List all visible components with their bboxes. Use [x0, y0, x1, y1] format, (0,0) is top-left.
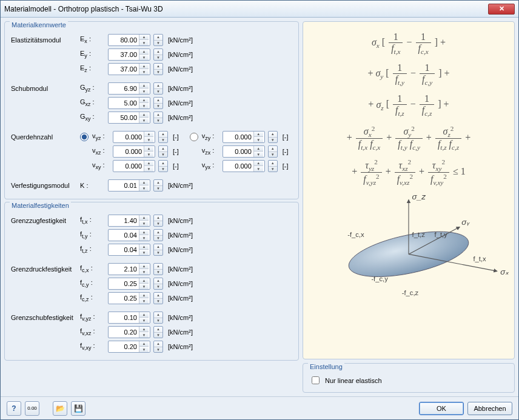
step-fvxy[interactable]: ▲▼ [153, 341, 163, 353]
svg-text:-f_c,y: -f_c,y [371, 275, 388, 282]
checkbox-input[interactable] [312, 376, 320, 384]
input-fcy[interactable]: ▲▼ [108, 278, 150, 290]
sym-gxz: Gxz : [80, 98, 105, 107]
step-vxy[interactable]: ▲▼ [158, 160, 168, 172]
radio-vyz[interactable] [80, 133, 89, 141]
svg-text:σₓ: σₓ [500, 267, 509, 276]
sym-fvxy: fv,xy : [80, 342, 105, 351]
step-vzx[interactable]: ▲▼ [268, 145, 278, 158]
save-icon: 💾 [74, 404, 83, 413]
stress-ellipsoid-icon: σₓ σᵧ σ_z f_t,x -f_c,x f_t,y -f_c,y f_t,… [307, 190, 511, 305]
formula-panel: σx [ 1ft,x − 1fc,x ] + + σy [ 1ft,y − 1f… [303, 21, 515, 359]
input-vxz[interactable]: ▲▼ [113, 145, 155, 158]
step-gyz[interactable]: ▲▼ [153, 82, 163, 95]
input-ez[interactable]: ▲▼ [108, 63, 150, 75]
input-vyz[interactable]: ▲▼ [113, 131, 155, 143]
units-button[interactable]: 0.00 [25, 401, 39, 416]
group-title: Materialfestigkeiten [10, 202, 71, 209]
step-fcz[interactable]: ▲▼ [153, 292, 163, 304]
input-fvxy[interactable]: ▲▼ [108, 341, 150, 353]
step-fty[interactable]: ▲▼ [153, 229, 163, 241]
input-fty[interactable]: ▲▼ [108, 229, 150, 241]
input-ftx[interactable]: ▲▼ [108, 215, 150, 227]
sym-fcz: fc,z : [80, 293, 105, 302]
input-ex[interactable]: ▲▼ [108, 34, 150, 46]
sym-vxy: vxy : [92, 161, 110, 170]
input-gxy[interactable]: ▲▼ [108, 112, 150, 124]
svg-text:f_t,z: f_t,z [412, 232, 426, 239]
titlebar: Materialmodell - Orthotrop plastisch - T… [1, 1, 518, 18]
step-ex[interactable]: ▲▼ [153, 34, 163, 46]
help-icon: ? [12, 404, 16, 413]
sym-fvxz: fv,xz : [80, 327, 105, 336]
ok-button[interactable]: OK [419, 402, 464, 415]
sym-k: K : [80, 182, 105, 189]
svg-text:σᵧ: σᵧ [461, 218, 470, 227]
open-button[interactable]: 📂 [53, 401, 67, 416]
window-title: Materialmodell - Orthotrop plastisch - T… [4, 5, 488, 13]
input-fvyz[interactable]: ▲▼ [108, 312, 150, 324]
input-fcx[interactable]: ▲▼ [108, 263, 150, 275]
step-vyx[interactable]: ▲▼ [268, 160, 278, 172]
radio-vzy[interactable] [190, 133, 198, 141]
sym-ey: Ey : [80, 50, 105, 59]
label-zug: Grenzzugfestigkeit [11, 217, 78, 224]
cancel-button[interactable]: Abbrechen [467, 402, 512, 415]
label-emodul: Elastizitätsmodul [11, 36, 78, 44]
dialog-window: Materialmodell - Orthotrop plastisch - T… [0, 0, 519, 420]
step-fvyz[interactable]: ▲▼ [153, 312, 163, 324]
svg-text:σ_z: σ_z [412, 192, 426, 201]
left-column: Materialkennwerte Elastizitätsmodul Ex :… [4, 21, 299, 393]
sym-ftz: ft,z : [80, 245, 105, 254]
svg-text:f_t,y: f_t,y [435, 232, 448, 239]
step-k[interactable]: ▲▼ [153, 179, 163, 192]
step-vzy[interactable]: ▲▼ [268, 131, 278, 143]
step-ey[interactable]: ▲▼ [153, 48, 163, 61]
step-ftz[interactable]: ▲▼ [153, 244, 163, 256]
step-vxz[interactable]: ▲▼ [158, 145, 168, 158]
sym-ez: Ez : [80, 64, 105, 73]
label-gschub: Grenzschubfestigkeit [11, 314, 78, 321]
input-ey[interactable]: ▲▼ [108, 48, 150, 61]
input-vxy[interactable]: ▲▼ [113, 160, 155, 172]
step-ftx[interactable]: ▲▼ [153, 215, 163, 227]
checkbox-linear-elastisch[interactable]: Nur linear elastisch [309, 375, 508, 386]
input-vzy[interactable]: ▲▼ [223, 131, 265, 143]
svg-text:-f_c,x: -f_c,x [347, 232, 364, 239]
svg-text:f_t,x: f_t,x [473, 255, 486, 262]
group-einstellung: Einstellung Nur linear elastisch [303, 363, 515, 393]
sym-ftx: ft,x : [80, 216, 105, 225]
input-gxz[interactable]: ▲▼ [108, 97, 150, 109]
input-ftz[interactable]: ▲▼ [108, 244, 150, 256]
help-button[interactable]: ? [7, 401, 21, 416]
svg-text:-f_c,z: -f_c,z [402, 289, 419, 296]
sym-vzy: vzy : [202, 132, 220, 141]
spin-up-icon: ▲ [139, 35, 149, 40]
step-ez[interactable]: ▲▼ [153, 63, 163, 75]
button-bar: ? 0.00 📂 💾 OK Abbrechen [1, 396, 518, 419]
step-gxy[interactable]: ▲▼ [153, 112, 163, 124]
sym-vxz: vxz : [92, 147, 110, 156]
input-fvxz[interactable]: ▲▼ [108, 326, 150, 338]
step-fvxz[interactable]: ▲▼ [153, 326, 163, 338]
sym-gyz: Gyz : [80, 84, 105, 93]
step-fcx[interactable]: ▲▼ [153, 263, 163, 275]
sym-fty: ft,y : [80, 230, 105, 239]
step-vyz[interactable]: ▲▼ [158, 131, 168, 143]
save-button[interactable]: 💾 [71, 401, 85, 416]
group-materialkennwerte: Materialkennwerte Elastizitätsmodul Ex :… [4, 21, 299, 199]
content-area: Materialkennwerte Elastizitätsmodul Ex :… [1, 18, 518, 396]
units-icon: 0.00 [27, 405, 37, 411]
input-k[interactable]: ▲▼ [108, 179, 150, 192]
input-fcz[interactable]: ▲▼ [108, 292, 150, 304]
unit: [kN/cm²] [168, 36, 193, 44]
sym-gxy: Gxy : [80, 113, 105, 122]
step-gxz[interactable]: ▲▼ [153, 97, 163, 109]
close-button[interactable]: ✕ [488, 4, 515, 15]
group-materialfestigkeiten: Materialfestigkeiten Grenzzugfestigkeit … [4, 202, 299, 361]
step-fcy[interactable]: ▲▼ [153, 278, 163, 290]
input-vzx[interactable]: ▲▼ [223, 145, 265, 158]
input-vyx[interactable]: ▲▼ [223, 160, 265, 172]
spin-down-icon: ▼ [139, 40, 149, 45]
input-gyz[interactable]: ▲▼ [108, 82, 150, 95]
